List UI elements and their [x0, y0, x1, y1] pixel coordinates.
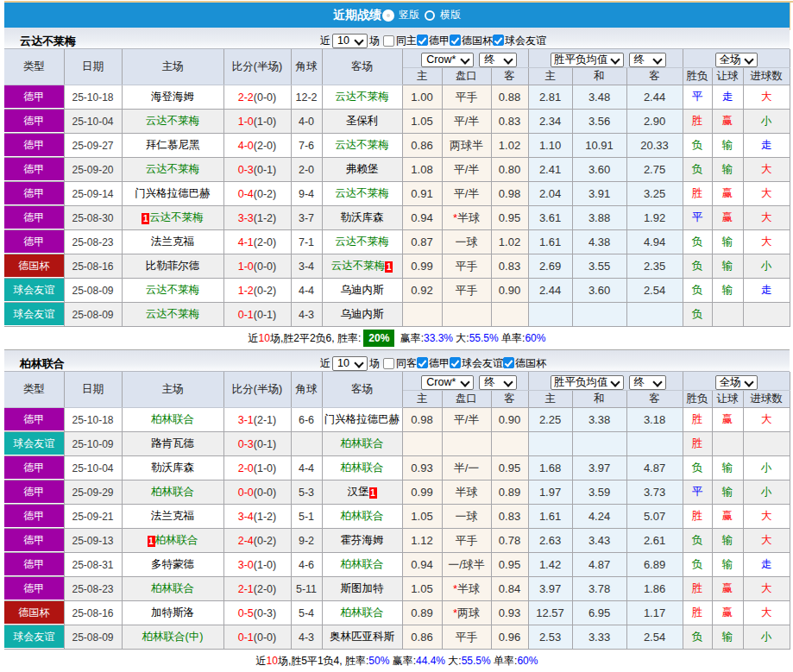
match-type-badge: 德甲 [4, 577, 64, 600]
home-team-name: 柏林联合 [151, 582, 194, 594]
goals-result-text: 小 [761, 486, 772, 498]
away-team: 柏林联合 [322, 432, 402, 456]
league-checkbox[interactable] [450, 35, 461, 46]
halftime-score: (0-0) [254, 261, 276, 273]
euro-draw-odds: 10.91 [572, 134, 626, 158]
asia-final-select[interactable]: 终 [479, 53, 517, 67]
vertical-layout-label[interactable]: 竖版 [399, 8, 419, 22]
outcome-text: 负 [692, 284, 703, 296]
corner-count: 4-3 [291, 625, 322, 650]
match-type-cell: 德甲 [4, 408, 64, 432]
bookmaker-select[interactable]: Crow* [421, 375, 474, 390]
asia-away-odds: 0.89 [491, 480, 528, 505]
europe-odds-select[interactable]: 胜平负均值 [551, 375, 624, 390]
red-card-icon: 1 [369, 487, 377, 499]
league-checkbox[interactable] [450, 357, 461, 368]
europe-odds-select[interactable]: 胜平负均值 [551, 53, 624, 67]
euro-draw-odds: 3.56 [572, 110, 626, 134]
halftime-score: (2-0) [254, 583, 276, 595]
header-row-groups: 类型 日期 主场 比分(半场) 角球 客场 Crow* 终 胜平负均值 终 [4, 49, 790, 68]
match-score: 0-3(0-1) [223, 432, 291, 456]
outcome-text: 负 [692, 308, 703, 320]
summary-segment: 50% [368, 655, 389, 667]
league-checkbox[interactable] [493, 35, 504, 46]
home-team-name: 门兴格拉德巴赫 [135, 187, 211, 199]
asia-home-odds: 0.94 [402, 206, 442, 230]
europe-final-select[interactable]: 终 [629, 375, 667, 390]
same-venue-label[interactable]: 同客 [396, 356, 417, 371]
recent-label: 近 [320, 34, 330, 48]
league-checkbox-label[interactable]: 德甲 [429, 35, 450, 47]
home-team: 比勒菲尔德 [122, 254, 223, 279]
league-checkbox-label[interactable]: 德甲 [429, 357, 450, 369]
same-venue-label[interactable]: 同主 [396, 34, 417, 48]
asia-away-odds: 0.93 [491, 601, 528, 625]
scope-select[interactable]: 全场 [715, 375, 758, 390]
fulltime-score: 2-1 [238, 583, 254, 595]
outcome-text: 胜 [692, 413, 703, 425]
match-type-cell: 德甲 [4, 134, 64, 158]
match-score: 2-0(1-0) [223, 456, 291, 480]
outcome-result: 胜 [683, 505, 712, 529]
halftime-score: (0-0) [254, 631, 276, 644]
asia-away-odds: 0.90 [491, 279, 528, 303]
matches-table: 类型 日期 主场 比分(半场) 角球 客场 Crow* 终 胜平负均值 终 [4, 372, 790, 650]
league-checkbox[interactable] [417, 357, 428, 368]
asia-home-odds: 1.05 [402, 505, 442, 529]
league-checkbox-label[interactable]: 球会友谊 [505, 35, 546, 47]
asia-home-odds: 1.05 [402, 577, 442, 601]
same-venue-checkbox[interactable] [383, 358, 394, 369]
goals-result-text: 小 [761, 462, 772, 474]
league-checkbox[interactable] [417, 35, 428, 46]
goals-result: 大 [743, 577, 790, 601]
match-type-badge: 德甲 [4, 408, 64, 430]
asia-away-odds: 1.02 [491, 134, 528, 158]
goals-result: 小 [743, 110, 790, 134]
league-checkbox-label[interactable]: 德国杯 [462, 35, 493, 47]
league-checkbox-label[interactable]: 球会友谊 [462, 357, 503, 369]
away-team: 斯图加特 [322, 577, 402, 601]
bookmaker-select[interactable]: Crow* [421, 53, 474, 67]
euro-away-odds: 2.54 [626, 625, 683, 650]
halftime-score: (0-1) [254, 438, 276, 450]
euro-home-odds: 3.61 [528, 206, 572, 230]
fulltime-score: 3-4 [238, 511, 254, 523]
corner-count [291, 432, 322, 456]
match-count-select[interactable]: 10 [332, 34, 368, 48]
home-team-name: 路肯瓦德 [151, 437, 194, 449]
vertical-layout-radio[interactable] [382, 9, 394, 22]
asia-away-odds [491, 432, 528, 456]
same-venue-checkbox[interactable] [383, 35, 394, 47]
asia-home-odds: 0.98 [402, 408, 442, 432]
away-team-name: 乌迪内斯 [341, 284, 384, 296]
europe-odds-group-header: 胜平负均值 终 [528, 49, 683, 68]
goals-result-text: 大 [761, 211, 772, 223]
home-team-name: 云达不莱梅 [149, 211, 204, 223]
halftime-score: (1-2) [254, 212, 276, 224]
asia-final-select[interactable]: 终 [479, 375, 517, 390]
europe-final-select[interactable]: 终 [629, 53, 667, 67]
result-group-header: 全场 [683, 372, 790, 391]
handicap-result: 输 [712, 134, 743, 158]
match-type-badge: 德甲 [4, 85, 64, 108]
league-checkbox[interactable] [503, 357, 514, 368]
horizontal-layout-radio[interactable] [425, 10, 435, 21]
home-team: 云达不莱梅 [122, 279, 223, 303]
summary-segment: 赢率: [389, 655, 416, 667]
away-team-name: 柏林联合 [341, 510, 384, 522]
league-checkbox-label[interactable]: 德国杯 [515, 357, 546, 369]
match-score: 3-0(1-0) [223, 553, 291, 577]
match-count-select[interactable]: 10 [332, 356, 368, 371]
away-team-name: 云达不莱梅 [335, 236, 389, 248]
goals-result: 大 [743, 182, 790, 206]
euro-draw-odds [572, 432, 626, 456]
match-date: 25-08-31 [64, 553, 122, 577]
team-section: 柏林联合 近 10 场 同客 德甲球会友谊德国杯 类型 日期 主场 [4, 349, 790, 672]
outcome-text: 胜 [692, 187, 703, 199]
goals-result: 大 [743, 505, 790, 529]
halftime-score: (1-0) [254, 462, 276, 474]
scope-select[interactable]: 全场 [715, 53, 758, 67]
goals-result: 走 [743, 553, 790, 577]
horizontal-layout-label[interactable]: 横版 [440, 8, 461, 22]
outcome-text: 负 [692, 139, 703, 151]
